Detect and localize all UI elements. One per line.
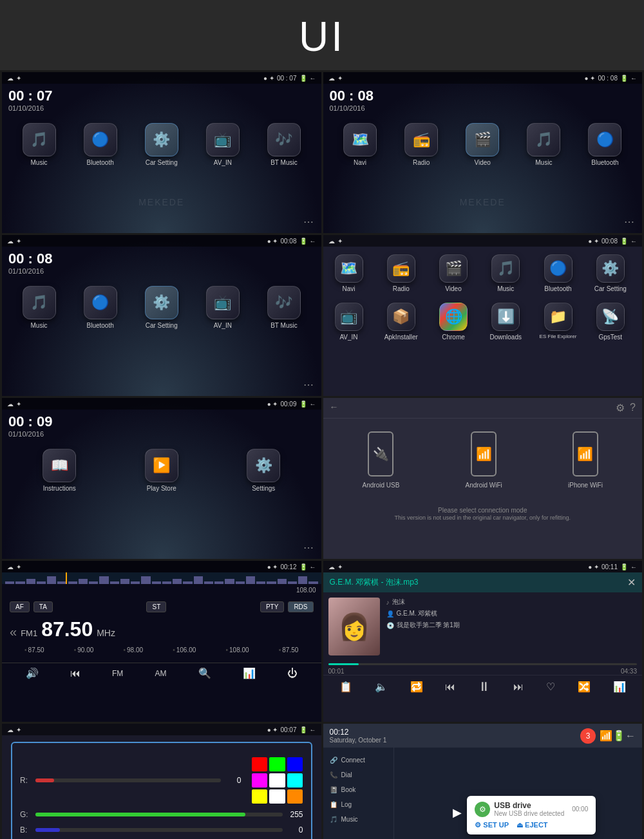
sidebar-item-music[interactable]: 🎵 Music [323,812,393,827]
app-icon-easyconnect[interactable]: 📁 ES File Explorer [539,303,578,341]
sidebar-item-book[interactable]: 📓 Book [323,782,393,797]
music-close-icon[interactable]: ✕ [627,576,636,589]
app-icon-avin[interactable]: 📺 AV_IN [200,123,246,166]
preset-2[interactable]: •90.00 [74,646,94,654]
notif-setup-btn[interactable]: ⚙ SET UP [475,821,509,829]
app-icon-img-radio2: 📻 [387,254,415,283]
app-icon-car-setting2[interactable]: ⚙️ Car Setting [138,286,185,329]
media-play-btn[interactable]: ▶ [453,806,462,820]
question-icon[interactable]: ? [630,402,636,414]
app-icon-video[interactable]: 🎬 Video [459,123,506,166]
app-icon-bluetooth[interactable]: 🔵 Bluetooth [77,123,124,166]
radio-btn-pty[interactable]: PTY [260,601,284,612]
preset-1[interactable]: •87.50 [24,646,44,654]
app-label-car-setting: Car Setting [146,159,178,166]
connect-mode-iphone-wifi[interactable]: 📶 iPhone WiFi [568,431,603,489]
radio-volume-icon[interactable]: 🔊 [26,667,39,679]
swatch-white[interactable] [269,773,285,787]
swatch-red[interactable] [252,757,268,771]
music-eq-icon[interactable]: 📊 [613,681,626,693]
swatch-white2[interactable] [269,789,285,804]
app-icon-car-setting3[interactable]: ⚙️ Car Setting [591,254,630,292]
radio-bars-icon[interactable]: 📊 [243,667,256,679]
date-3: 01/10/2016 [2,267,321,280]
progress-bar[interactable] [328,663,638,665]
app-icon-bluetooth4[interactable]: 🔵 Bluetooth [539,254,578,292]
app-icon-btmusic2[interactable]: 🎶 BT Music [261,286,307,329]
app-icon-gpstest[interactable]: 📡 GpsTest [591,303,630,341]
music-playlist-icon[interactable]: 📋 [339,681,352,693]
music-fav-icon[interactable]: ♡ [546,681,555,693]
app-icon-navi2[interactable]: 🗺️ Navi [330,254,368,292]
music-volume-icon[interactable]: 🔈 [375,681,388,693]
app-icon-img-car-setting2: ⚙️ [145,286,178,319]
preset-3[interactable]: •98.00 [124,646,144,654]
app-icon-radio[interactable]: 📻 Radio [398,123,444,166]
radio-btn-ta[interactable]: TA [33,601,53,612]
app-icon-music3[interactable]: 🎵 Music [16,286,62,329]
connect-mode-android-wifi[interactable]: 📶 Android WiFi [466,431,502,489]
music-shuffle-icon[interactable]: 🔀 [578,681,591,693]
app-icon-navi[interactable]: 🗺️ Navi [337,123,383,166]
notif-eject-btn[interactable]: ⏏ EJECT [516,821,548,829]
app-icon-btmusic[interactable]: 🎶 BT Music [261,123,307,166]
app-icon-music2[interactable]: 🎵 Music [520,123,567,166]
app-icon-car-setting[interactable]: ⚙️ Car Setting [138,123,185,166]
app-icon-bluetooth2[interactable]: 🔵 Bluetooth [582,123,628,166]
app-icon-chrome[interactable]: 🌐 Chrome [434,303,473,341]
swatch-cyan[interactable] [287,773,303,787]
app-icon-avin3[interactable]: 📺 AV_IN [330,303,368,341]
dots-button-1[interactable]: ⋯ [303,216,314,228]
color-slider-b[interactable] [35,828,283,832]
app-icon-instructions[interactable]: 📖 Instructions [36,449,82,492]
status-bar-1: ☁✦ ● ✦00 : 07 🔋← [2,72,321,84]
preset-6[interactable]: •87.50 [279,646,299,654]
dots-button-5[interactable]: ⋯ [303,542,314,554]
sidebar-item-dial[interactable]: 📞 Dial [323,768,393,782]
app-icon-video2[interactable]: 🎬 Video [434,254,473,292]
swatch-green[interactable] [269,757,285,771]
dots-button-3[interactable]: ⋯ [303,379,314,391]
swatch-yellow[interactable] [252,789,268,804]
radio-prev-icon[interactable]: « [10,625,17,639]
music-repeat-icon[interactable]: 🔁 [410,681,423,693]
notif-sidebar: 🔗 Connect 📞 Dial 📓 Book 📋 Log 🎵 M [323,748,394,839]
app-icon-music[interactable]: 🎵 Music [16,123,62,166]
app-label-btmusic: BT Music [270,159,298,166]
app-icon-music4[interactable]: 🎵 Music [486,254,525,292]
app-icon-radio2[interactable]: 📻 Radio [382,254,421,292]
preset-5[interactable]: •108.00 [226,646,249,654]
connect-mode-android-usb[interactable]: 🔌 Android USB [363,431,400,489]
color-slider-r[interactable] [35,778,221,782]
color-slider-g[interactable] [35,813,283,816]
sidebar-item-log[interactable]: 📋 Log [323,797,393,812]
app-icon-settings[interactable]: ⚙️ Settings [240,449,287,492]
music-next-btn[interactable]: ⏭ [513,681,524,693]
radio-fm-btn[interactable]: FM [112,669,123,678]
swatch-orange[interactable] [287,789,303,804]
app-icon-avin2[interactable]: 📺 AV_IN [200,286,246,329]
app-icon-img-navi2: 🗺️ [335,254,363,283]
preset-4[interactable]: •106.00 [173,646,196,654]
app-icon-downloads[interactable]: ⬇️ Downloads [486,303,525,341]
app-icon-bluetooth3[interactable]: 🔵 Bluetooth [77,286,124,329]
music-title: G.E.M. 邓紫棋 - 泡沫.mp3 [330,577,419,588]
radio-btn-st[interactable]: ST [146,601,166,612]
color-label-b: B: [20,825,30,834]
dots-button-2[interactable]: ⋯ [624,216,634,228]
sidebar-item-connect[interactable]: 🔗 Connect [323,753,393,768]
music-prev-btn[interactable]: ⏮ [445,681,455,693]
radio-search-icon[interactable]: 🔍 [198,667,211,679]
swatch-magenta[interactable] [252,773,268,787]
app-icon-img-chrome: 🌐 [439,303,468,331]
app-icon-apk[interactable]: 📦 ApkInstaller [382,303,421,341]
app-icon-playstore[interactable]: ▶️ Play Store [138,449,185,492]
gear-icon[interactable]: ⚙ [616,402,625,414]
radio-btn-rds[interactable]: RDS [288,601,313,612]
radio-prev-btn[interactable]: ⏮ [70,668,80,679]
radio-power-icon[interactable]: ⏻ [287,668,298,679]
music-pause-btn[interactable]: ⏸ [478,679,491,694]
radio-am-btn[interactable]: AM [155,669,166,678]
swatch-blue[interactable] [287,757,303,771]
radio-btn-af[interactable]: AF [10,601,30,612]
